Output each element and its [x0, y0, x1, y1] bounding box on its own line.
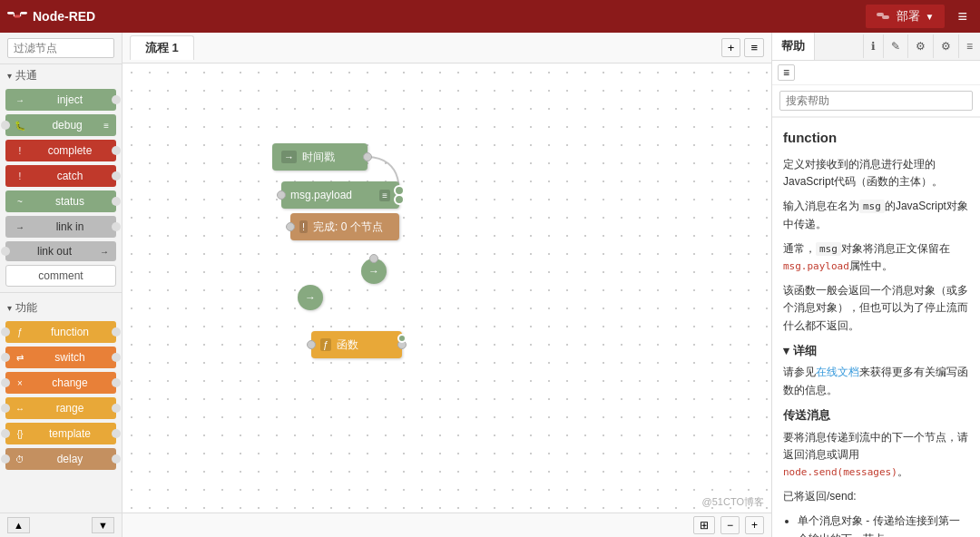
tab-list-button[interactable]: ≡	[744, 38, 764, 57]
change-port-left	[1, 378, 10, 387]
zoom-in-button[interactable]: +	[745, 516, 764, 534]
msgpayload-port-left	[277, 190, 286, 200]
linkin-port-right	[112, 222, 121, 231]
sidebar-search-container	[0, 33, 122, 64]
function-label: function	[31, 326, 109, 338]
help-icon-edit[interactable]: ✎	[883, 34, 907, 58]
sidebar-item-linkin[interactable]: → link in	[5, 216, 116, 238]
help-list-button[interactable]: ≡	[778, 64, 795, 81]
canvas-connector-circle[interactable]: →	[361, 259, 387, 284]
detail-text: 请参见在线文档来获得更多有关编写函数的信息。	[783, 364, 969, 398]
help-icon-user[interactable]: ⚙	[907, 34, 933, 58]
sidebar-item-complete[interactable]: ! complete	[5, 140, 116, 161]
scroll-up-button[interactable]: ▲	[7, 517, 30, 533]
change-label: change	[31, 376, 109, 389]
deploy-button[interactable]: 部署 ▼	[866, 5, 946, 28]
docs-link[interactable]: 在线文档	[816, 366, 859, 378]
inject-icon: →	[13, 93, 27, 107]
canvas-node-complete[interactable]: ! 完成: 0 个节点	[290, 213, 399, 240]
help-desc-p3: 通常，msg对象将消息正文保留在msg.payload属性中。	[783, 240, 969, 275]
sidebar-item-function[interactable]: ƒ function	[5, 321, 116, 343]
detail-header: ▾ 详细	[783, 342, 969, 361]
msgpayload-debug-port-bottom	[394, 194, 405, 205]
debug-label: debug	[31, 119, 103, 132]
template-port-left	[1, 429, 10, 438]
deploy-icon	[877, 11, 891, 22]
function-port-left	[1, 327, 10, 337]
delay-icon: ⏱	[13, 452, 27, 466]
connector-circle2-icon: →	[305, 291, 316, 304]
send-text: 要将消息传递到流中的下一个节点，请返回消息或调用node.send(messag…	[783, 429, 969, 482]
sidebar-bottom-controls: ▲ ▼	[0, 513, 122, 537]
zoom-out-button[interactable]: −	[720, 516, 740, 534]
add-tab-button[interactable]: +	[721, 38, 741, 57]
complete-icon: !	[13, 143, 27, 158]
help-tab-main[interactable]: 帮助	[772, 33, 815, 60]
msg-code2: msg	[816, 242, 841, 256]
help-tab-icons: ℹ ✎ ⚙ ⚙ ≡	[863, 34, 980, 58]
help-toolbar: ≡	[772, 61, 980, 85]
template-label: template	[31, 427, 109, 440]
msg-code: msg	[859, 200, 885, 213]
logo: Node-RED	[7, 9, 95, 24]
function-port-top-right	[397, 334, 407, 343]
help-search-container	[772, 85, 980, 117]
delay-label: delay	[31, 453, 109, 465]
send-header: 传送消息	[783, 406, 969, 425]
switch-icon: ⇄	[13, 350, 27, 365]
range-port-left	[1, 404, 10, 413]
sidebar-item-catch[interactable]: ! catch	[5, 165, 116, 187]
change-icon: ×	[13, 376, 27, 390]
sidebar-search-input[interactable]	[7, 38, 114, 58]
complete-canvas-icon: !	[299, 220, 308, 233]
canvas-node-msgpayload[interactable]: msg.payload ≡	[281, 181, 399, 209]
sidebar-item-inject[interactable]: → inject	[5, 89, 116, 111]
switch-port-left	[1, 353, 10, 362]
canvas-wires	[122, 63, 771, 513]
svg-rect-1	[14, 15, 20, 18]
help-search-input[interactable]	[779, 91, 973, 111]
function-section-label: 功能	[15, 300, 37, 316]
sidebar-item-template[interactable]: {} template	[5, 423, 116, 444]
fit-view-button[interactable]: ⊞	[693, 516, 715, 534]
range-label: range	[31, 402, 109, 415]
canvas[interactable]: → 时间戳 msg.payload ≡ ! 完成: 0 个节点	[122, 63, 771, 513]
sidebar-item-change[interactable]: × change	[5, 372, 116, 394]
canvas-node-timestamp[interactable]: → 时间戳	[272, 143, 368, 171]
sidebar-item-delay[interactable]: ⏱ delay	[5, 448, 116, 470]
connector-circle-icon: →	[368, 265, 379, 278]
help-icon-list[interactable]: ≡	[958, 34, 980, 58]
msgpayload-menu[interactable]: ≡	[379, 190, 390, 201]
svg-rect-0	[7, 12, 14, 15]
return-list: 单个消息对象 - 传递给连接到第一个输出的下一节点	[783, 513, 969, 537]
template-port-right	[112, 429, 121, 438]
catch-icon: !	[13, 169, 27, 183]
canvas-node-function[interactable]: ƒ 函数	[311, 331, 402, 358]
sidebar-item-linkout[interactable]: link out →	[5, 241, 116, 261]
linkin-label: link in	[31, 220, 109, 233]
catch-port-right	[112, 171, 121, 181]
linkout-label: link out	[13, 245, 96, 258]
help-icon-settings[interactable]: ⚙	[933, 34, 958, 58]
menu-button[interactable]: ≡	[952, 5, 973, 28]
complete-port-right	[112, 146, 121, 155]
canvas-tab-flow1[interactable]: 流程 1	[130, 35, 194, 60]
sidebar-section-common[interactable]: ▾ 共通	[0, 64, 122, 87]
help-icon-info[interactable]: ℹ	[863, 34, 883, 58]
linkout-icon: →	[100, 247, 109, 257]
sidebar-item-comment[interactable]: comment	[5, 265, 116, 287]
canvas-connector-circle2[interactable]: →	[298, 285, 323, 310]
sidebar-item-status[interactable]: ~ status	[5, 190, 116, 212]
delay-port-left	[1, 454, 10, 464]
canvas-tabs: 流程 1 + ≡	[122, 33, 771, 63]
sidebar-section-function[interactable]: ▾ 功能	[0, 297, 122, 319]
timestamp-label: 时间戳	[302, 150, 335, 165]
inject-label: inject	[31, 93, 109, 106]
sidebar-item-debug[interactable]: 🐛 debug ≡	[5, 114, 116, 136]
canvas-bottom-bar: ⊞ − +	[122, 513, 771, 537]
scroll-down-button[interactable]: ▼	[92, 517, 114, 533]
sidebar-item-switch[interactable]: ⇄ switch	[5, 347, 116, 368]
sidebar-item-range[interactable]: ↔ range	[5, 397, 116, 419]
complete-canvas-label: 完成: 0 个节点	[313, 220, 383, 235]
catch-label: catch	[31, 170, 109, 182]
